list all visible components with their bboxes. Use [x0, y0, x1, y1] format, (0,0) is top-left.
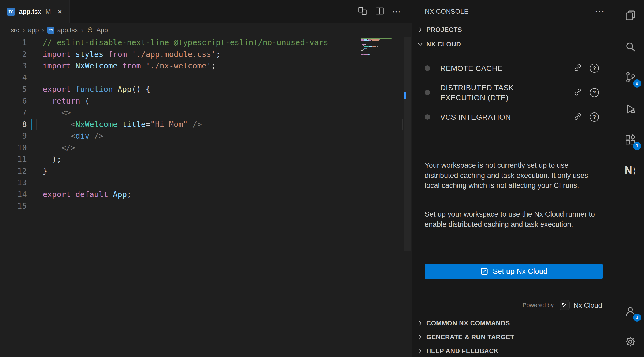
section-generate-run-target[interactable]: GENERATE & RUN TARGET — [412, 330, 616, 344]
section-projects-label: PROJECTS — [426, 26, 462, 34]
code-text: import styles from './app.module.css'; — [32, 50, 221, 59]
code-line-9[interactable]: 9 <div /> — [0, 130, 412, 142]
line-number: 2 — [0, 49, 27, 60]
cloud-item-actions: ? — [573, 88, 599, 98]
help-icon[interactable]: ? — [590, 88, 599, 97]
line-number: 6 — [0, 95, 27, 107]
code-line-11[interactable]: 11 ); — [0, 154, 412, 165]
nx-logo-n: N — [624, 164, 632, 176]
gutter-spacer — [31, 83, 32, 95]
code-text — [32, 73, 43, 82]
gutter-spacer — [31, 165, 32, 177]
code-line-6[interactable]: 6 return ( — [0, 95, 412, 107]
gutter-spacer — [31, 37, 32, 49]
code-line-10[interactable]: 10 </> — [0, 142, 412, 154]
help-icon[interactable]: ? — [590, 112, 599, 122]
chevron-right-icon — [416, 26, 424, 34]
section-projects[interactable]: PROJECTS — [412, 23, 616, 37]
workspace-status-text: Your workspace is not currently set up t… — [425, 161, 598, 191]
gutter-spacer — [31, 60, 32, 72]
panel-header: NX CONSOLE ⋯ — [412, 0, 616, 23]
status-dot — [425, 114, 430, 120]
help-icon[interactable]: ? — [590, 64, 599, 73]
overview-ruler-modified-mark — [404, 92, 406, 99]
editor-scrollbar[interactable] — [404, 37, 411, 251]
line-number: 3 — [0, 60, 27, 72]
code-text — [32, 178, 43, 187]
nx-console-icon[interactable]: N ⟩ — [621, 161, 640, 180]
chevron-right-icon: › — [23, 27, 25, 34]
breadcrumb-app[interactable]: app — [28, 26, 39, 34]
section-nx-cloud[interactable]: NX CLOUD — [412, 37, 616, 52]
code-text: // eslint-disable-next-line @typescript-… — [32, 38, 328, 47]
powered-by: Powered by Nx Cloud — [523, 300, 602, 310]
setup-hint-text: Set up your workspace to use the Nx Clou… — [425, 209, 598, 230]
nx-logo-bracket: ⟩ — [633, 166, 636, 176]
code-lines: 1// eslint-disable-next-line @typescript… — [0, 37, 412, 212]
code-line-12[interactable]: 12} — [0, 165, 412, 177]
breadcrumb-src[interactable]: src — [11, 26, 19, 34]
breadcrumb-symbol-app[interactable]: App — [87, 26, 108, 34]
activity-bar: 2 1 N ⟩ 1 — [616, 0, 644, 357]
nx-cloud-brand-label: Nx Cloud — [573, 301, 602, 309]
code-line-3[interactable]: 3import NxWelcome from './nx-welcome'; — [0, 60, 412, 72]
code-text: import NxWelcome from './nx-welcome'; — [32, 61, 216, 70]
line-number: 5 — [0, 83, 27, 95]
section-common-nx-commands[interactable]: COMMON NX COMMANDS — [412, 316, 616, 330]
source-control-icon[interactable]: 2 — [621, 68, 640, 87]
more-actions-icon[interactable]: ⋯ — [392, 6, 401, 17]
code-line-14[interactable]: 14export default App; — [0, 189, 412, 201]
settings-gear-icon[interactable] — [621, 332, 640, 351]
setup-nx-cloud-button[interactable]: Set up Nx Cloud — [425, 264, 603, 279]
chevron-right-icon: › — [42, 27, 45, 34]
tab-app-tsx[interactable]: TS app.tsx M × — [0, 0, 70, 23]
code-line-7[interactable]: 7 <> — [0, 107, 412, 119]
line-number: 7 — [0, 107, 27, 119]
code-line-15[interactable]: 15 — [0, 200, 412, 212]
editor-area: TS app.tsx M × ⋯ src › app › TS app — [0, 0, 412, 357]
line-number: 15 — [0, 200, 27, 212]
nx-cloud-logo-icon — [480, 267, 488, 276]
divider — [425, 144, 603, 144]
connect-icon[interactable] — [573, 112, 582, 122]
connect-icon[interactable] — [573, 88, 582, 98]
typescript-file-icon: TS — [7, 8, 15, 16]
cloud-item-vcs-integration: VCS INTEGRATION ? — [425, 108, 599, 126]
code-line-2[interactable]: 2import styles from './app.module.css'; — [0, 49, 412, 60]
nx-console-panel: NX CONSOLE ⋯ PROJECTS NX CLOUD REMOTE CA… — [412, 0, 616, 357]
code-line-1[interactable]: 1// eslint-disable-next-line @typescript… — [0, 37, 412, 49]
more-actions-icon[interactable]: ⋯ — [595, 7, 604, 16]
chevron-right-icon — [416, 347, 424, 355]
code-text: ); — [32, 155, 61, 164]
minimap[interactable] — [361, 38, 403, 56]
extensions-icon[interactable]: 1 — [621, 130, 640, 150]
run-debug-icon[interactable] — [621, 99, 640, 119]
chevron-right-icon: › — [81, 27, 84, 34]
close-icon[interactable]: × — [57, 7, 62, 16]
line-number: 11 — [0, 154, 27, 165]
code-line-13[interactable]: 13 — [0, 177, 412, 189]
breadcrumb-file[interactable]: TS app.tsx — [47, 26, 78, 34]
setup-button-label: Set up Nx Cloud — [493, 267, 547, 276]
code-text: export function App() { — [32, 85, 150, 94]
accounts-icon[interactable]: 1 — [621, 302, 640, 321]
code-line-4[interactable]: 4 — [0, 72, 412, 84]
explorer-icon[interactable] — [621, 6, 640, 25]
chevron-down-icon — [416, 40, 424, 48]
section-help-and-feedback[interactable]: HELP AND FEEDBACK — [412, 344, 616, 357]
line-number: 9 — [0, 130, 27, 142]
cloud-item-actions: ? — [573, 63, 599, 73]
connect-icon[interactable] — [573, 63, 582, 73]
tab-bar: TS app.tsx M × ⋯ — [0, 0, 412, 23]
typescript-file-icon: TS — [47, 27, 54, 34]
code-line-5[interactable]: 5export function App() { — [0, 83, 412, 95]
split-editor-icon[interactable] — [375, 6, 385, 17]
code-text: return ( — [32, 96, 90, 105]
open-changes-icon[interactable] — [357, 6, 368, 17]
code-line-8[interactable]: 8 <NxWelcome title="Hi Mom" /> — [0, 119, 412, 130]
nx-cloud-webview: REMOTE CACHE ? DISTRIBUTED TASK EXECUTIO… — [412, 53, 616, 316]
tab-filename: app.tsx — [19, 8, 41, 16]
search-icon[interactable] — [621, 37, 640, 57]
code-text: <NxWelcome title="Hi Mom" /> — [32, 120, 202, 129]
gutter-spacer — [31, 177, 32, 189]
